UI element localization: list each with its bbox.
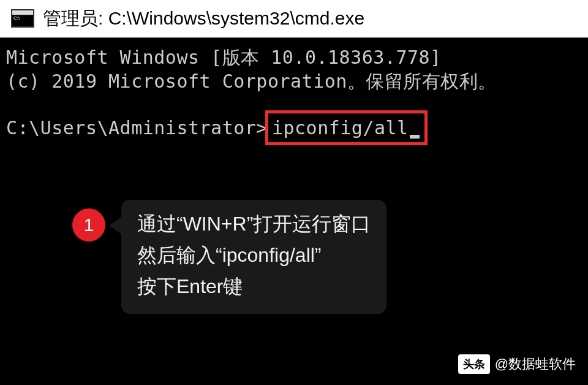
callout-arrow-icon	[109, 217, 121, 234]
instruction-line: 按下Enter键	[137, 271, 371, 302]
window-title: 管理员: C:\Windows\system32\cmd.exe	[43, 6, 364, 31]
step-number-badge: 1	[72, 208, 105, 242]
terminal-output-line: Microsoft Windows [版本 10.0.18363.778]	[6, 45, 582, 69]
step-number: 1	[84, 215, 94, 235]
cmd-icon: C:\	[11, 9, 34, 28]
window-title-bar: C:\ 管理员: C:\Windows\system32\cmd.exe	[0, 0, 588, 38]
watermark-author: @数据蛙软件	[495, 355, 576, 373]
cursor-icon	[410, 135, 420, 139]
terminal-command: ipconfig/all	[272, 116, 409, 140]
terminal-prompt: C:\Users\Administrator>	[6, 116, 268, 140]
terminal-prompt-line: C:\Users\Administrator> ipconfig/all	[6, 110, 582, 145]
watermark: 头条 @数据蛙软件	[458, 354, 576, 374]
instruction-text: 通过“WIN+R”打开运行窗口 然后输入“ipconfig/all” 按下Ent…	[121, 200, 386, 314]
instruction-line: 通过“WIN+R”打开运行窗口	[137, 208, 371, 240]
instruction-callout: 1 通过“WIN+R”打开运行窗口 然后输入“ipconfig/all” 按下E…	[72, 200, 386, 314]
toutiao-logo-icon: 头条	[458, 354, 490, 374]
terminal-output-line: (c) 2019 Microsoft Corporation。保留所有权利。	[6, 69, 582, 93]
terminal-area[interactable]: Microsoft Windows [版本 10.0.18363.778] (c…	[0, 38, 588, 153]
instruction-line: 然后输入“ipconfig/all”	[137, 240, 371, 271]
command-highlight-box: ipconfig/all	[265, 110, 428, 145]
